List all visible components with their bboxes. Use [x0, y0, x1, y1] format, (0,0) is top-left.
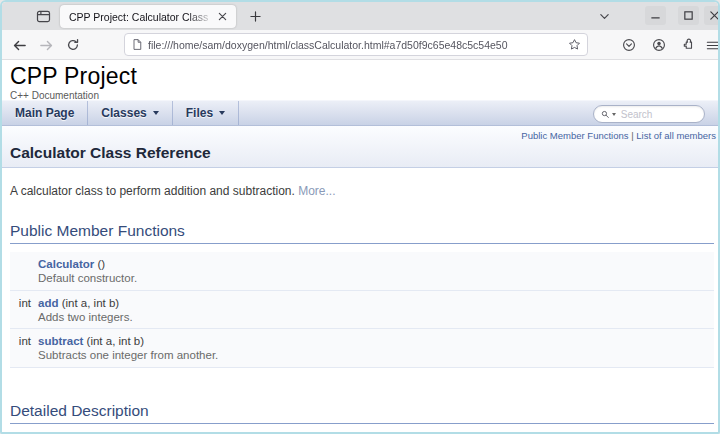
nav-tab-classes[interactable]: Classes — [88, 101, 172, 125]
browser-window: CPP Project: Calculator Class — [0, 0, 720, 434]
url-bar[interactable]: file:///home/sam/doxygen/html/classCalcu… — [124, 33, 588, 56]
member-return-type — [10, 252, 31, 270]
member-desc: Subtracts one integer from another. — [31, 347, 714, 366]
member-args: (int a, int b) — [83, 335, 144, 347]
url-text[interactable]: file:///home/sam/doxygen/html/classCalcu… — [148, 39, 563, 51]
project-name: CPP Project — [10, 63, 718, 89]
member-link-subtract[interactable]: subtract — [38, 335, 83, 347]
doxygen-title-area: CPP Project C++ Documentation — [2, 60, 718, 100]
firefox-view-icon[interactable] — [32, 7, 54, 25]
member-return-type: int — [10, 329, 31, 348]
tab-title: CPP Project: Calculator Class — [69, 11, 214, 23]
nav-tab-main-page[interactable]: Main Page — [2, 101, 88, 125]
member-link-add[interactable]: add — [38, 297, 58, 309]
member-desc-row: Subtracts one integer from another. — [10, 347, 714, 366]
nav-tab-files[interactable]: Files — [173, 101, 239, 125]
search-icon — [601, 109, 610, 120]
nav-tab-label: Classes — [101, 106, 146, 120]
summary-link-public-member-functions[interactable]: Public Member Functions — [521, 130, 628, 141]
page-icon — [131, 38, 143, 51]
nav-tab-label: Main Page — [15, 106, 74, 120]
browser-tab[interactable]: CPP Project: Calculator Class — [60, 5, 236, 28]
section-header-public-member-functions: Public Member Functions — [10, 222, 714, 244]
extensions-icon[interactable] — [678, 35, 698, 55]
doxygen-contents: A calculator class to perform addition a… — [2, 184, 718, 431]
member-row: int subtract (int a, int b) — [10, 329, 714, 348]
member-desc-row: Adds two integers. — [10, 309, 714, 328]
chevron-down-icon — [219, 111, 225, 115]
member-args: (int a, int b) — [58, 297, 119, 309]
window-minimize-button[interactable] — [645, 6, 666, 25]
firefox-view-icon-svg — [36, 9, 51, 24]
summary-divider: | — [631, 130, 633, 141]
section-header-detailed-description: Detailed Description — [10, 402, 714, 424]
page-title: Calculator Class Reference — [10, 144, 716, 162]
list-all-tabs-icon[interactable] — [594, 7, 614, 25]
page-content: CPP Project C++ Documentation Main Page … — [2, 60, 718, 431]
member-desc-row: Default constructor. — [10, 270, 714, 289]
tab-close-icon[interactable] — [214, 9, 230, 25]
member-args: () — [94, 258, 105, 270]
doxygen-page-header: Public Member Functions | List of all me… — [2, 126, 718, 168]
member-desc: Default constructor. — [31, 270, 714, 289]
reload-icon[interactable] — [62, 34, 84, 56]
bookmark-star-icon[interactable] — [568, 38, 581, 51]
pocket-icon[interactable] — [619, 35, 639, 55]
member-row: Calculator () — [10, 252, 714, 270]
doxygen-nav-bar: Main Page Classes Files — [2, 100, 718, 126]
window-close-button[interactable] — [704, 6, 720, 25]
summary-link-list-of-all-members[interactable]: List of all members — [636, 130, 716, 141]
new-tab-button[interactable] — [245, 7, 265, 25]
nav-tab-label: Files — [186, 106, 213, 120]
member-desc: Adds two integers. — [31, 309, 714, 328]
summary-links: Public Member Functions | List of all me… — [10, 126, 716, 141]
brief-description: A calculator class to perform addition a… — [10, 184, 714, 198]
forward-icon[interactable] — [35, 34, 57, 56]
member-table: Calculator () Default constructor. int a… — [10, 252, 714, 368]
account-icon[interactable] — [649, 35, 669, 55]
search-input[interactable] — [621, 109, 697, 120]
tab-bar: CPP Project: Calculator Class — [2, 2, 718, 30]
search-box[interactable] — [593, 105, 705, 123]
member-return-type: int — [10, 290, 31, 309]
member-separator — [10, 366, 714, 367]
browser-toolbar: file:///home/sam/doxygen/html/classCalcu… — [2, 30, 718, 60]
more-link[interactable]: More... — [298, 184, 335, 198]
window-maximize-button[interactable] — [678, 6, 699, 25]
member-row: int add (int a, int b) — [10, 290, 714, 309]
member-link-calculator[interactable]: Calculator — [38, 258, 94, 270]
chevron-down-icon — [153, 111, 159, 115]
brief-text: A calculator class to perform addition a… — [10, 184, 295, 198]
hamburger-menu-icon[interactable] — [702, 35, 720, 55]
back-icon[interactable] — [8, 34, 30, 56]
search-options-chevron-icon[interactable] — [612, 113, 616, 116]
